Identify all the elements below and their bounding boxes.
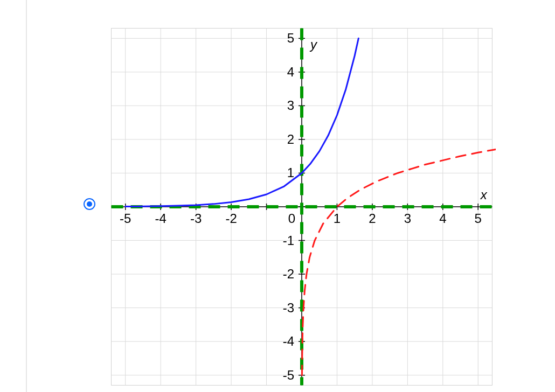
y-tick-label: -1 — [283, 233, 294, 248]
x-tick-label: -5 — [120, 211, 131, 226]
y-tick-label: 3 — [287, 98, 294, 113]
x-tick-label: 3 — [404, 211, 411, 226]
y-tick-label: -3 — [283, 300, 294, 315]
y-tick-label: 5 — [287, 31, 294, 45]
x-tick-label: -3 — [190, 211, 202, 226]
y-tick-label: -4 — [283, 334, 294, 348]
x-tick-label: 5 — [475, 211, 482, 226]
x-tick-label: 2 — [369, 211, 376, 226]
panel-left-border — [26, 0, 27, 392]
y-tick-label: -5 — [283, 368, 294, 382]
y-tick-label: 1 — [287, 165, 294, 180]
y-tick-label: 4 — [287, 65, 294, 79]
y-axis-label: y — [309, 37, 318, 52]
series-exp — [126, 38, 359, 206]
x-tick-label: 0 — [288, 211, 295, 226]
x-tick-label: -2 — [225, 211, 237, 226]
y-tick-label: 2 — [287, 132, 294, 146]
chart-plot: -5-4-3-2012345-5-4-3-2-112345xy — [108, 22, 496, 392]
x-tick-label: 4 — [439, 211, 446, 226]
option-radio[interactable] — [84, 198, 95, 210]
x-tick-label: 1 — [334, 211, 341, 226]
y-tick-label: -2 — [283, 267, 294, 281]
x-axis-label: x — [480, 187, 488, 202]
x-tick-label: -4 — [155, 211, 166, 226]
radio-dot-icon — [87, 201, 92, 207]
